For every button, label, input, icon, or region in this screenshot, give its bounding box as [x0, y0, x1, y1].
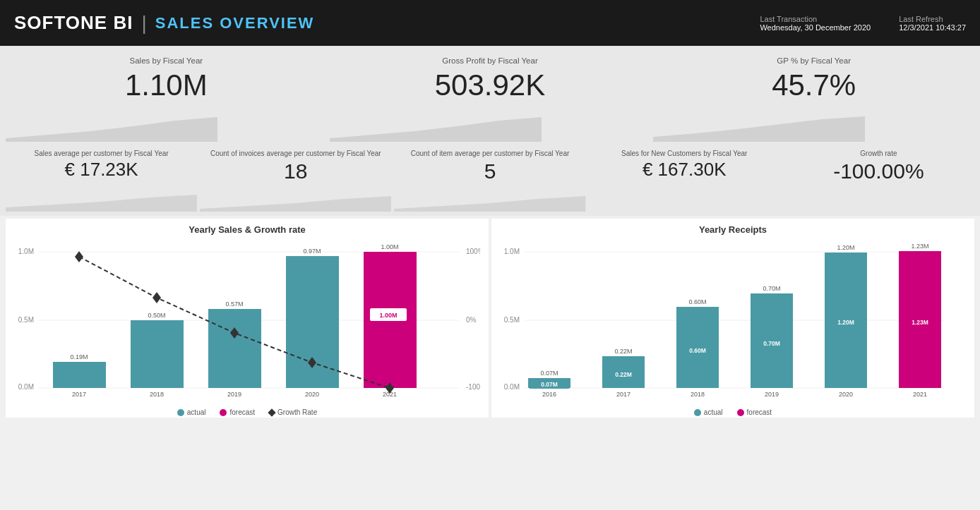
kpi-gp-fiscal: Gross Profit by Fiscal Year 503.92K [330, 50, 651, 142]
legend-forecast: forecast [220, 408, 255, 416]
yearly-receipts-chart: Yearly Receipts 1.0M 0.5M 0.0M 0.07M 0.0… [491, 219, 974, 418]
last-transaction-meta: Last Transaction Wednesday, 30 December … [760, 15, 871, 32]
yearly-sales-title: Yearly Sales & Growth rate [14, 224, 480, 235]
kpi-sales-label: Sales by Fiscal Year [17, 56, 316, 66]
last-transaction-label: Last Transaction [760, 15, 871, 23]
legend-receipts-forecast-label: forecast [747, 408, 772, 416]
receipts-actual-dot [694, 409, 701, 416]
svg-text:0.22M: 0.22M [614, 348, 632, 355]
svg-text:0.60M: 0.60M [688, 298, 706, 305]
svg-text:0%: 0% [466, 316, 477, 324]
kpi-new-customers: Sales for New Customers by Fiscal Year €… [589, 145, 780, 212]
bar-2019-actual [208, 309, 261, 388]
kpi-avg-customer-value: € 17.23K [14, 159, 189, 180]
yearly-receipts-legend: actual forecast [500, 408, 966, 416]
last-transaction-value: Wednesday, 30 December 2020 [760, 23, 871, 32]
svg-text:2021: 2021 [913, 391, 927, 398]
svg-text:0.19M: 0.19M [70, 353, 88, 360]
svg-text:0.07M: 0.07M [540, 370, 558, 377]
avg-customer-sparkline [6, 192, 197, 212]
gp-sparkline [330, 114, 542, 142]
legend-growth-rate: Growth Rate [269, 408, 317, 416]
kpi-sales-fiscal: Sales by Fiscal Year 1.10M [6, 50, 327, 142]
svg-text:1.23M: 1.23M [912, 319, 928, 326]
svg-text:0.5M: 0.5M [504, 316, 520, 324]
svg-marker-0 [6, 117, 217, 142]
svg-text:0.70M: 0.70M [763, 285, 780, 292]
kpi-gp-pct-fiscal: GP % by Fiscal Year 45.7% [653, 50, 974, 142]
kpi-growth-rate-label: Growth rate [791, 149, 966, 158]
header-left: SOFTONE BI | SALES OVERVIEW [14, 12, 314, 35]
kpi-growth-rate-value: -100.00% [791, 159, 966, 183]
kpi-new-customers-label: Sales for New Customers by Fiscal Year [597, 149, 772, 158]
svg-text:2017: 2017 [616, 391, 631, 398]
svg-marker-1 [330, 117, 542, 142]
kpi-section: Sales by Fiscal Year 1.10M Gross Profit … [0, 46, 980, 216]
kpi-invoice-avg: Count of invoices average per customer b… [200, 145, 391, 212]
kpi-growth-rate: Growth rate -100.00% [783, 145, 974, 212]
svg-text:0.0M: 0.0M [504, 383, 520, 391]
svg-text:2019: 2019 [227, 391, 241, 398]
last-refresh-label: Last Refresh [899, 15, 966, 23]
svg-text:1.20M: 1.20M [837, 244, 854, 251]
header-divider: | [141, 12, 146, 35]
yearly-receipts-area: 1.0M 0.5M 0.0M 0.07M 0.07M 2016 0.22M 0.… [500, 238, 966, 407]
legend-forecast-label: forecast [229, 408, 255, 416]
legend-receipts-actual: actual [694, 408, 723, 416]
kpi-gp-label: Gross Profit by Fiscal Year [341, 56, 640, 66]
kpi-item-avg-label: Count of item average per customer by Fi… [402, 149, 577, 158]
bar-2017-actual [53, 362, 106, 388]
header: SOFTONE BI | SALES OVERVIEW Last Transac… [0, 0, 980, 46]
svg-text:2020: 2020 [839, 391, 853, 398]
svg-marker-4 [200, 196, 391, 212]
legend-growth-rate-label: Growth Rate [277, 408, 317, 416]
svg-text:100%: 100% [466, 248, 480, 255]
sales-sparkline [6, 114, 217, 142]
kpi-row1: Sales by Fiscal Year 1.10M Gross Profit … [6, 50, 974, 142]
kpi-gp-value: 503.92K [341, 69, 640, 102]
gp-pct-sparkline [653, 114, 865, 142]
svg-text:2017: 2017 [72, 391, 86, 398]
charts-section: Yearly Sales & Growth rate 1.0M 0.5M 0.0… [0, 216, 980, 420]
legend-receipts-actual-label: actual [704, 408, 723, 416]
page-title: SALES OVERVIEW [155, 14, 315, 32]
actual-dot [177, 409, 184, 416]
svg-text:0.60M: 0.60M [689, 347, 706, 354]
svg-text:2018: 2018 [691, 391, 705, 398]
diamond-2018 [153, 292, 161, 303]
receipts-forecast-dot [737, 409, 744, 416]
kpi-avg-customer: Sales average per customer by Fiscal Yea… [6, 145, 197, 212]
kpi-avg-customer-label: Sales average per customer by Fiscal Yea… [14, 149, 189, 158]
legend-actual-label: actual [187, 408, 206, 416]
yearly-sales-svg: 1.0M 0.5M 0.0M 100% 0% -100% 0.19M 2017 … [14, 238, 480, 407]
last-refresh-value: 12/3/2021 10:43:27 [899, 23, 966, 32]
svg-marker-3 [6, 195, 197, 212]
svg-text:0.5M: 0.5M [18, 316, 34, 324]
kpi-sales-value: 1.10M [17, 69, 316, 102]
svg-marker-5 [394, 196, 585, 212]
svg-text:1.20M: 1.20M [837, 319, 854, 326]
invoice-avg-sparkline [200, 192, 391, 212]
yearly-sales-area: 1.0M 0.5M 0.0M 100% 0% -100% 0.19M 2017 … [14, 238, 480, 407]
svg-text:2020: 2020 [305, 391, 319, 398]
header-right: Last Transaction Wednesday, 30 December … [760, 15, 966, 32]
svg-text:1.00M: 1.00M [379, 312, 397, 319]
svg-text:0.22M: 0.22M [615, 371, 632, 378]
svg-text:1.0M: 1.0M [18, 248, 34, 255]
svg-text:0.97M: 0.97M [303, 248, 321, 255]
svg-text:0.57M: 0.57M [225, 300, 243, 308]
svg-text:1.23M: 1.23M [911, 243, 928, 250]
legend-actual: actual [177, 408, 206, 416]
kpi-new-customers-value: € 167.30K [597, 159, 772, 180]
svg-text:1.00M: 1.00M [381, 243, 398, 250]
bar-2018-actual [131, 320, 184, 388]
svg-text:2018: 2018 [150, 391, 164, 398]
kpi-invoice-avg-value: 18 [208, 159, 383, 183]
kpi-invoice-avg-label: Count of invoices average per customer b… [208, 149, 383, 158]
svg-text:0.50M: 0.50M [148, 312, 165, 319]
kpi-row2: Sales average per customer by Fiscal Yea… [6, 145, 974, 212]
kpi-item-avg: Count of item average per customer by Fi… [394, 145, 585, 212]
legend-receipts-forecast: forecast [737, 408, 772, 416]
last-refresh-meta: Last Refresh 12/3/2021 10:43:27 [899, 15, 966, 32]
svg-text:1.0M: 1.0M [504, 248, 520, 255]
